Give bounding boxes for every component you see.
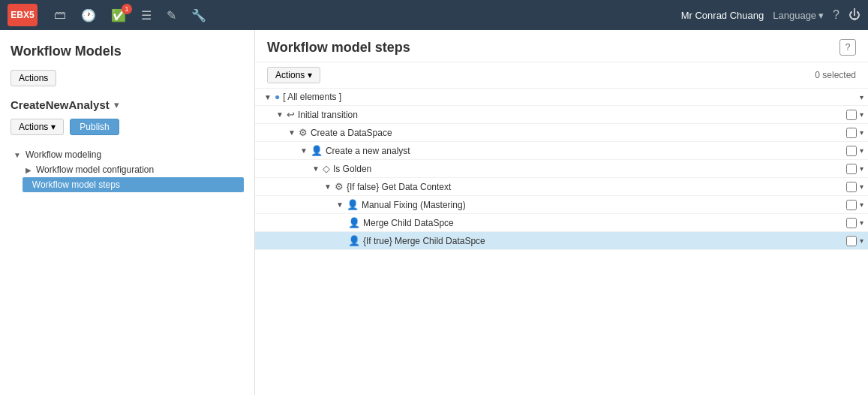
user-icon: 👤 bbox=[311, 145, 323, 156]
main-layout: Workflow Models Actions CreateNewAnalyst… bbox=[0, 30, 868, 395]
tasks-icon[interactable]: ✅ 1 bbox=[107, 5, 131, 26]
sidebar-item-workflow-modeling[interactable]: ▼ Workflow modeling bbox=[11, 147, 244, 162]
app-logo: EBX5 bbox=[8, 4, 38, 26]
row-checkbox[interactable] bbox=[846, 218, 857, 228]
row-label: [ All elements ] bbox=[283, 92, 341, 102]
model-name-dropdown-icon[interactable]: ▾ bbox=[114, 99, 119, 110]
row-label: {If false} Get Data Context bbox=[347, 182, 451, 192]
content-area: Workflow model steps ? Actions ▾ 0 selec… bbox=[255, 30, 868, 395]
table-row: ▼ 👤 Create a new analyst ▾ bbox=[255, 142, 868, 160]
gear-icon: ⚙ bbox=[335, 181, 344, 192]
sidebar-item-workflow-model-steps[interactable]: Workflow model steps bbox=[23, 177, 244, 192]
user-icon: 👤 bbox=[347, 199, 359, 210]
row-chevron-icon[interactable]: ▾ bbox=[860, 93, 863, 101]
user-name: Mr Conrad Chuang bbox=[681, 10, 764, 21]
workflow-steps-tree: ▼ ● [ All elements ] ▾ bbox=[255, 89, 868, 250]
expand-icon[interactable]: ▼ bbox=[264, 93, 272, 101]
sidebar-item-label: Workflow model steps bbox=[32, 179, 120, 190]
row-label: Merge Child DataSpce bbox=[363, 218, 454, 228]
row-chevron-icon[interactable]: ▾ bbox=[860, 110, 863, 119]
top-navigation: EBX5 🗃 🕐 ✅ 1 ☰ ✎ 🔧 Mr Conrad Chuang Lang… bbox=[0, 0, 868, 30]
table-row: ▼ ⚙ {If false} Get Data Context ▾ bbox=[255, 178, 868, 196]
actions-chevron-icon: ▾ bbox=[308, 70, 312, 80]
table-row: 👤 Merge Child DataSpce ▾ bbox=[255, 214, 868, 232]
row-chevron-icon[interactable]: ▾ bbox=[860, 201, 863, 209]
sidebar-tree: ▼ Workflow modeling ▶ Workflow model con… bbox=[0, 143, 254, 197]
content-header: Workflow model steps ? bbox=[255, 30, 868, 62]
clock-icon[interactable]: 🕐 bbox=[77, 5, 101, 26]
row-chevron-icon[interactable]: ▾ bbox=[860, 128, 863, 137]
expand-icon[interactable]: ▼ bbox=[276, 110, 284, 119]
row-label: Is Golden bbox=[333, 164, 371, 174]
row-checkbox[interactable] bbox=[846, 236, 857, 246]
expand-icon[interactable]: ▼ bbox=[324, 182, 332, 191]
row-label: {If true} Merge Child DataSpce bbox=[363, 236, 485, 246]
expand-icon[interactable]: ▼ bbox=[288, 128, 296, 137]
row-checkbox[interactable] bbox=[846, 128, 857, 138]
user-icon: 👤 bbox=[348, 217, 360, 228]
row-checkbox[interactable] bbox=[846, 146, 857, 156]
gear-icon: ⚙ bbox=[299, 127, 308, 138]
language-selector[interactable]: Language ▾ bbox=[773, 10, 824, 21]
row-chevron-icon[interactable]: ▾ bbox=[860, 182, 863, 191]
content-help-button[interactable]: ? bbox=[839, 39, 856, 56]
table-row: ▼ ◇ Is Golden ▾ bbox=[255, 160, 868, 178]
sidebar: Workflow Models Actions CreateNewAnalyst… bbox=[0, 30, 255, 395]
model-name: CreateNewAnalyst bbox=[11, 98, 110, 111]
row-checkbox[interactable] bbox=[846, 182, 857, 192]
row-checkbox[interactable] bbox=[846, 164, 857, 174]
row-chevron-icon[interactable]: ▾ bbox=[860, 146, 863, 155]
table-row: ▼ 👤 Manual Fixing (Mastering) ▾ bbox=[255, 196, 868, 214]
tree-caret-icon: ▶ bbox=[26, 166, 32, 174]
sidebar-item-label: Workflow modeling bbox=[26, 149, 101, 160]
publish-button[interactable]: Publish bbox=[70, 119, 119, 135]
tree-caret-icon: ▼ bbox=[14, 151, 21, 159]
row-checkbox[interactable] bbox=[846, 110, 857, 120]
row-chevron-icon[interactable]: ▾ bbox=[860, 237, 863, 245]
transition-icon: ↩ bbox=[287, 109, 295, 120]
database-icon[interactable]: 🗃 bbox=[50, 5, 71, 25]
sidebar-title: Workflow Models bbox=[0, 38, 254, 67]
user-icon: 👤 bbox=[348, 235, 360, 246]
tasks-badge: 1 bbox=[122, 4, 132, 14]
content-title: Workflow model steps bbox=[267, 40, 410, 56]
diamond-icon: ◇ bbox=[323, 163, 330, 174]
list-icon[interactable]: ☰ bbox=[137, 5, 156, 26]
sidebar-item-workflow-model-configuration[interactable]: ▶ Workflow model configuration bbox=[23, 162, 244, 177]
row-checkbox[interactable] bbox=[846, 200, 857, 210]
help-button[interactable]: ? bbox=[833, 8, 839, 22]
row-label: Create a new analyst bbox=[326, 146, 410, 156]
table-row: ▼ ● [ All elements ] ▾ bbox=[255, 89, 868, 106]
pencil-edit-icon[interactable]: ✎ bbox=[162, 5, 181, 26]
content-toolbar: Actions ▾ 0 selected bbox=[255, 62, 868, 89]
row-chevron-icon[interactable]: ▾ bbox=[860, 164, 863, 173]
selected-count: 0 selected bbox=[815, 70, 856, 80]
table-row: ▼ ⚙ Create a DataSpace ▾ bbox=[255, 124, 868, 142]
chevron-down-icon: ▾ bbox=[818, 10, 824, 21]
expand-icon[interactable]: ▼ bbox=[336, 201, 344, 209]
actions-chevron-icon: ▾ bbox=[51, 122, 56, 132]
tree-caret-icon bbox=[26, 181, 28, 189]
sidebar-item-label: Workflow model configuration bbox=[36, 164, 154, 175]
row-chevron-icon[interactable]: ▾ bbox=[860, 219, 863, 227]
row-label: Initial transition bbox=[298, 110, 358, 120]
row-label: Create a DataSpace bbox=[311, 128, 392, 138]
model-actions-button[interactable]: Actions ▾ bbox=[11, 119, 64, 135]
expand-icon[interactable]: ▼ bbox=[300, 146, 308, 155]
power-button[interactable]: ⏻ bbox=[848, 8, 860, 22]
expand-icon[interactable]: ▼ bbox=[312, 164, 320, 173]
row-label: Manual Fixing (Mastering) bbox=[362, 200, 466, 210]
table-row: 👤 {If true} Merge Child DataSpce ▾ bbox=[255, 232, 868, 250]
content-actions-button[interactable]: Actions ▾ bbox=[267, 67, 320, 83]
table-row: ▼ ↩ Initial transition ▾ bbox=[255, 106, 868, 124]
wrench-icon[interactable]: 🔧 bbox=[187, 5, 211, 26]
sidebar-actions-button[interactable]: Actions bbox=[11, 70, 56, 86]
all-elements-icon: ● bbox=[275, 92, 280, 102]
